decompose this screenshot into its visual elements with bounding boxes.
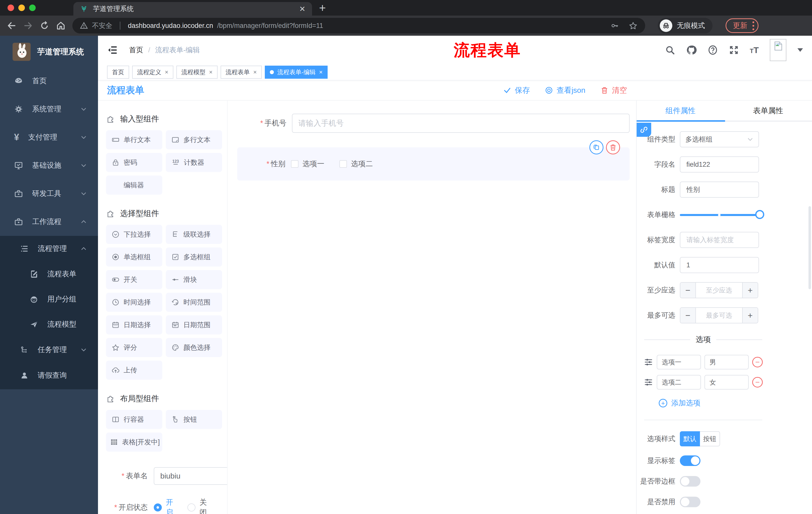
tag-close-icon[interactable]: × — [319, 69, 323, 76]
add-option-button[interactable]: + 添加选项 — [659, 398, 812, 408]
panel-scrollbar[interactable] — [809, 206, 811, 289]
help-question-icon[interactable] — [708, 45, 718, 55]
palette-item-time-range[interactable]: 时间范围 — [166, 293, 222, 312]
component-type-select[interactable]: 多选框组 — [680, 131, 759, 147]
back-icon[interactable] — [6, 21, 17, 31]
tag-process-model[interactable]: 流程模型 × — [176, 65, 218, 79]
style-button-button[interactable]: 按钮 — [700, 431, 720, 447]
drag-link-tag[interactable] — [637, 123, 651, 137]
radio-open-selected[interactable] — [154, 504, 162, 512]
sidebar-item-home[interactable]: 首页 — [0, 67, 98, 95]
palette-item-switch[interactable]: 开关 — [106, 270, 162, 289]
radio-closed-label[interactable]: 关闭 — [200, 497, 207, 514]
palette-item-password[interactable]: 密码 — [106, 153, 162, 172]
palette-item-table-dev[interactable]: 表格[开发中] — [106, 433, 162, 452]
stepper-plus-button[interactable]: + — [742, 308, 758, 323]
tag-close-icon[interactable]: × — [253, 69, 257, 76]
checkbox-option-one[interactable] — [291, 160, 298, 168]
palette-item-rate[interactable]: 评分 — [106, 338, 162, 357]
view-json-button[interactable]: 查看json — [545, 85, 585, 96]
palette-item-color-picker[interactable]: 颜色选择 — [166, 338, 222, 357]
radio-open-label[interactable]: 开启 — [166, 497, 173, 514]
close-window-button[interactable] — [7, 4, 14, 11]
chrome-update-button[interactable]: 更新 — [726, 18, 758, 33]
breadcrumb-home[interactable]: 首页 — [129, 45, 143, 55]
tag-close-icon[interactable]: × — [165, 69, 168, 76]
reload-icon[interactable] — [40, 21, 49, 30]
sidebar-item-process-management[interactable]: 流程管理 — [0, 236, 98, 262]
tag-home[interactable]: 首页 — [107, 65, 129, 79]
zoom-window-button[interactable] — [29, 4, 36, 11]
drag-handle-icon[interactable] — [644, 377, 653, 387]
clear-button[interactable]: 清空 — [601, 85, 627, 96]
radio-closed[interactable] — [187, 504, 196, 512]
default-value-input[interactable] — [680, 257, 759, 273]
canvas-gender-field-selected[interactable]: *性别 选项一 选项二 — [237, 147, 630, 181]
stepper-minus-button[interactable]: − — [680, 308, 696, 323]
palette-item-dropdown-select[interactable]: 下拉选择 — [106, 225, 162, 244]
search-icon[interactable] — [665, 45, 675, 55]
palette-item-counter[interactable]: 计数器 — [166, 153, 222, 172]
save-button[interactable]: 保存 — [503, 85, 530, 96]
browser-tab[interactable]: 芋道管理系统 ✕ — [74, 2, 312, 16]
fullscreen-icon[interactable] — [729, 45, 739, 55]
minimize-window-button[interactable] — [18, 4, 25, 11]
palette-item-button[interactable]: 按钮 — [166, 410, 222, 429]
show-label-toggle-on[interactable] — [680, 455, 700, 466]
avatar-caret-down-icon[interactable] — [798, 48, 803, 52]
sidebar-item-payment[interactable]: ¥ 支付管理 — [0, 123, 98, 152]
field-name-input[interactable] — [680, 156, 759, 172]
palette-item-checkbox-group[interactable]: 多选框组 — [166, 247, 222, 267]
sidebar-item-user-group[interactable]: 用户分组 — [0, 287, 98, 312]
home-icon[interactable] — [56, 21, 66, 31]
min-select-placeholder[interactable]: 至少应选 — [696, 283, 742, 298]
palette-item-date-picker[interactable]: 日期选择 — [106, 315, 162, 334]
form-grid-slider[interactable] — [680, 207, 760, 223]
disabled-toggle-off[interactable] — [680, 497, 700, 507]
tag-process-definition[interactable]: 流程定义 × — [132, 65, 173, 79]
option-value-input[interactable] — [704, 375, 749, 389]
tag-close-icon[interactable]: × — [209, 69, 212, 76]
remove-option-button[interactable]: − — [752, 357, 763, 368]
palette-item-editor[interactable]: 编辑器 — [106, 175, 162, 195]
palette-item-row-container[interactable]: 行容器 — [106, 410, 162, 429]
border-toggle-off[interactable] — [680, 476, 700, 487]
drag-handle-icon[interactable] — [644, 357, 653, 367]
palette-item-time-picker[interactable]: 时间选择 — [106, 293, 162, 312]
sidebar-item-system[interactable]: 系统管理 — [0, 95, 98, 123]
forward-icon[interactable] — [23, 21, 33, 31]
sidebar-item-infrastructure[interactable]: 基础设施 — [0, 152, 98, 180]
github-icon[interactable] — [686, 45, 697, 55]
stepper-minus-button[interactable]: − — [680, 283, 696, 298]
option-label-input[interactable] — [657, 375, 701, 389]
option-label-input[interactable] — [657, 355, 701, 370]
palette-item-multi-line-text[interactable]: 多行文本 — [166, 130, 222, 150]
palette-item-slider[interactable]: 滑块 — [166, 270, 222, 289]
checkbox-option-one-label[interactable]: 选项一 — [302, 159, 324, 169]
sidebar-item-workflow[interactable]: 工作流程 — [0, 208, 98, 236]
option-value-input[interactable] — [704, 355, 749, 370]
palette-item-radio-group[interactable]: 单选框组 — [106, 247, 162, 267]
tab-component-props[interactable]: 组件属性 — [637, 101, 724, 121]
tab-close-icon[interactable]: ✕ — [299, 4, 306, 13]
sidebar-item-dev-tools[interactable]: 研发工具 — [0, 180, 98, 208]
delete-component-button[interactable] — [606, 140, 620, 154]
new-tab-button[interactable]: + — [312, 0, 333, 16]
checkbox-option-two-label[interactable]: 选项二 — [351, 159, 373, 169]
title-input[interactable] — [680, 182, 759, 198]
duplicate-component-button[interactable] — [589, 140, 604, 154]
sidebar-item-leave-query[interactable]: 请假查询 — [0, 362, 98, 388]
sidebar-item-task-management[interactable]: 任务管理 — [0, 337, 98, 362]
palette-item-upload[interactable]: 上传 — [106, 360, 162, 380]
label-width-input[interactable] — [680, 232, 759, 248]
palette-item-single-line-text[interactable]: 单行文本 — [106, 130, 162, 150]
sidebar-item-process-model[interactable]: 流程模型 — [0, 312, 98, 337]
phone-input[interactable] — [292, 114, 630, 133]
form-name-input[interactable] — [154, 467, 228, 485]
font-size-icon[interactable]: TT — [750, 45, 759, 55]
slider-handle[interactable] — [755, 210, 764, 219]
address-bar[interactable]: 不安全 dashboard.yudao.iocoder.cn /bpm/mana… — [72, 18, 645, 33]
tag-process-form-edit-active[interactable]: 流程表单-编辑 × — [265, 65, 328, 79]
password-key-icon[interactable] — [610, 21, 619, 30]
canvas-phone-field[interactable]: *手机号 — [237, 114, 630, 133]
